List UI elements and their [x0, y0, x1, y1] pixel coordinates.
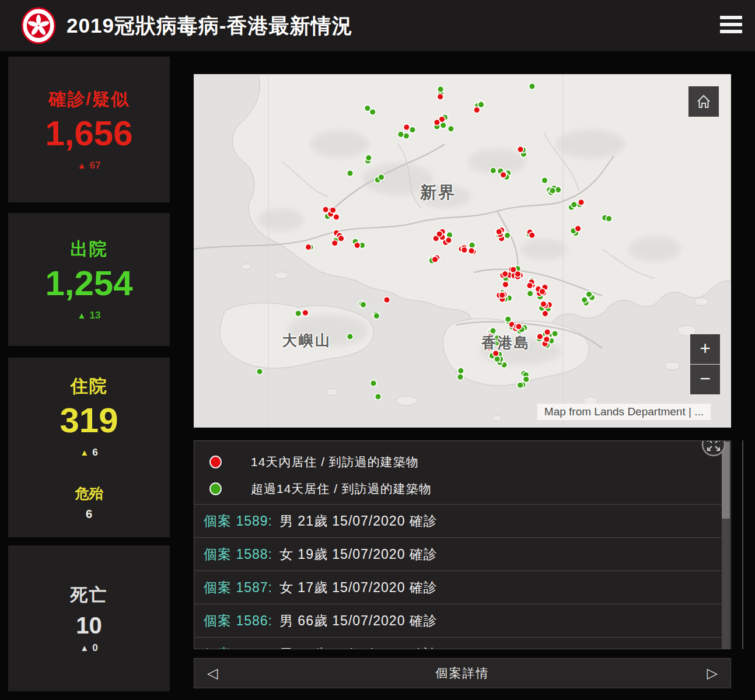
- collapsed-panel-edge: [742, 440, 743, 649]
- case-number: 個案 1589:: [204, 513, 272, 528]
- legend-row-recent: 14天內居住 / 到訪過的建築物: [194, 449, 730, 475]
- case-row-1586[interactable]: 個案 1586:男 66歲 15/07/2020 確診: [194, 604, 722, 637]
- case-details: 女 17歲 15/07/2020 確診: [279, 580, 438, 595]
- hk-emblem-logo: [21, 7, 56, 44]
- map-attribution[interactable]: Map from Lands Department | ...: [537, 404, 711, 420]
- stat-card-hospitalized: 住院 319 ▲6 危殆 6: [8, 358, 170, 537]
- case-details: 男 65歲 15/07/2020 確診: [279, 646, 438, 649]
- hospitalized-value: 319: [60, 402, 118, 439]
- discharged-delta: ▲13: [78, 310, 101, 321]
- map-canvas: [194, 74, 731, 428]
- map-label-new-territories: 新界: [420, 181, 456, 204]
- home-extent-button[interactable]: [688, 86, 719, 117]
- map-label-lantau: 大嶼山: [282, 331, 331, 350]
- up-arrow-icon: ▲: [80, 447, 89, 457]
- up-arrow-icon: ▲: [78, 160, 86, 170]
- critical-label: 危殆: [75, 484, 103, 503]
- panel-scrollbar[interactable]: [722, 442, 730, 649]
- case-detail-footer: ◁ 個案詳情 ▷: [194, 658, 731, 688]
- case-row-1587[interactable]: 個案 1587:女 17歲 15/07/2020 確診: [194, 570, 722, 604]
- deaths-value: 10: [76, 613, 102, 638]
- discharged-value: 1,254: [45, 265, 132, 302]
- case-details: 女 19歲 15/07/2020 確診: [279, 547, 438, 562]
- case-row-1589[interactable]: 個案 1589:男 21歲 15/07/2020 確診: [194, 504, 722, 537]
- legend-text-recent: 14天內居住 / 到訪過的建築物: [251, 449, 419, 475]
- legend-row-older: 超過14天居住 / 到訪過的建築物: [194, 476, 730, 502]
- discharged-label: 出院: [71, 237, 108, 261]
- case-number: 個案 1587:: [204, 580, 272, 595]
- zoom-out-button[interactable]: −: [690, 365, 720, 394]
- expand-panel-button[interactable]: [701, 440, 726, 457]
- next-page-icon[interactable]: ▷: [707, 659, 718, 688]
- case-list-panel: 14天內居住 / 到訪過的建築物 超過14天居住 / 到訪過的建築物 個案 15…: [194, 440, 731, 649]
- case-row-1585[interactable]: 個案 1585:男 65歲 15/07/2020 確診: [194, 637, 722, 649]
- page-title: 2019冠狀病毒病-香港最新情況: [67, 0, 353, 51]
- case-number: 個案 1588:: [204, 547, 272, 562]
- deaths-delta: ▲0: [80, 642, 97, 654]
- deaths-label: 死亡: [71, 583, 108, 607]
- footer-title: 個案詳情: [194, 659, 730, 688]
- confirmed-value: 1,656: [45, 115, 132, 152]
- red-dot-icon: [209, 456, 222, 468]
- up-arrow-icon: ▲: [80, 643, 89, 653]
- stat-card-deaths: 死亡 10 ▲0: [8, 545, 170, 691]
- hong-kong-map[interactable]: 新界 大嶼山 香港島 + − Map from Lands Department…: [194, 74, 731, 428]
- case-number: 個案 1585:: [204, 646, 272, 649]
- confirmed-delta: ▲67: [78, 160, 101, 172]
- up-arrow-icon: ▲: [78, 310, 86, 320]
- map-label-hk-island: 香港島: [481, 333, 530, 352]
- confirmed-label: 確診/疑似: [48, 88, 129, 111]
- case-details: 男 66歲 15/07/2020 確診: [279, 613, 438, 628]
- app-header: 2019冠狀病毒病-香港最新情況: [0, 0, 755, 51]
- stat-card-discharged: 出院 1,254 ▲13: [8, 213, 170, 346]
- case-details: 男 21歲 15/07/2020 確診: [279, 513, 438, 528]
- stat-card-confirmed: 確診/疑似 1,656 ▲67: [8, 57, 170, 202]
- zoom-in-button[interactable]: +: [690, 334, 720, 364]
- hospitalized-delta: ▲6: [80, 447, 97, 459]
- menu-icon[interactable]: [720, 16, 742, 36]
- case-number: 個案 1586:: [204, 613, 272, 628]
- case-row-1588[interactable]: 個案 1588:女 19歲 15/07/2020 確診: [194, 537, 722, 570]
- hospitalized-label: 住院: [71, 374, 108, 398]
- zoom-control: + −: [690, 334, 720, 395]
- home-icon: [695, 93, 712, 110]
- critical-value: 6: [86, 508, 92, 521]
- green-dot-icon: [209, 482, 222, 495]
- legend-text-older: 超過14天居住 / 到訪過的建築物: [251, 476, 432, 502]
